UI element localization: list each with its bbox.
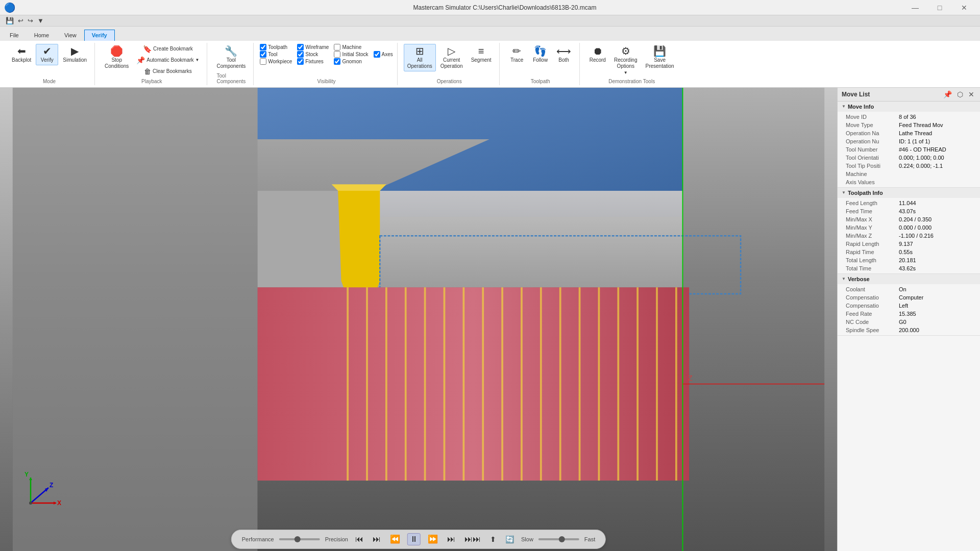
speed-slider[interactable]: [538, 538, 579, 540]
minmax-z-value: -1.100 / 0.216: [899, 233, 934, 239]
performance-thumb[interactable]: [295, 536, 301, 542]
check-stock[interactable]: Stock: [297, 51, 329, 58]
check-axes[interactable]: Axes: [374, 51, 393, 58]
maximize-btn[interactable]: □: [928, 0, 951, 15]
create-bookmark-btn[interactable]: 🔖 Create Bookmark: [133, 44, 202, 54]
simulation-btn[interactable]: ▶ Simulation: [59, 44, 90, 65]
tab-file[interactable]: File: [2, 30, 27, 41]
vis-col-3: Machine Initial Stock Gnomon: [334, 44, 368, 65]
stop-conditions-btn[interactable]: 🛑 StopConditions: [101, 44, 132, 71]
coolant-label: Coolant: [846, 286, 897, 292]
mode-group-label: Mode: [43, 78, 56, 84]
record-btn[interactable]: ⏺ Record: [586, 44, 609, 65]
check-wireframe[interactable]: Wireframe: [297, 44, 329, 51]
check-toolpath[interactable]: Toolpath: [260, 44, 292, 51]
qa-undo-btn[interactable]: ↩: [16, 16, 25, 25]
visibility-items: Toolpath Tool Workpiece Wireframe Stock: [260, 44, 393, 78]
ribbon-group-tool-components: 🔧 ToolComponents ToolComponents: [209, 43, 254, 85]
total-length-label: Total Length: [846, 257, 897, 263]
verbose-header[interactable]: ▼ Verbose: [838, 274, 980, 284]
tool-tip-label: Tool Tip Positi: [846, 163, 897, 169]
qa-dropdown-btn[interactable]: ▼: [36, 16, 45, 25]
follow-btn[interactable]: 👣 Follow: [529, 44, 552, 65]
bookmark-icon: 🔖: [143, 45, 152, 53]
all-ops-icon: ⊞: [415, 46, 424, 56]
speed-slider-wrap[interactable]: [538, 538, 579, 540]
svg-text:Z: Z: [50, 482, 53, 489]
row-op-num: Operation Nu ID: 1 (1 of 1): [838, 137, 980, 145]
save-pres-label: SavePresentation: [646, 57, 674, 69]
panel-close-btn[interactable]: ✕: [967, 90, 976, 99]
move-type-label: Move Type: [846, 122, 897, 128]
3d-viewport[interactable]: Z X Y Z Performance: [0, 88, 837, 551]
feed-time-value: 43.07s: [899, 208, 916, 214]
op-name-value: Lathe Thread: [899, 130, 932, 136]
check-fixtures[interactable]: Fixtures: [297, 58, 329, 65]
rapid-length-label: Rapid Length: [846, 241, 897, 247]
close-btn[interactable]: ✕: [952, 0, 976, 15]
panel-pin-btn[interactable]: 📌: [942, 90, 953, 99]
skip-start-btn[interactable]: ⏮: [353, 534, 365, 545]
mode-buttons: ⬅ Backplot ✔ Verify ▶ Simulation: [8, 44, 90, 78]
extra-btn2[interactable]: 🔄: [503, 534, 516, 544]
tab-verify[interactable]: Verify: [84, 30, 115, 41]
move-info-title: Move Info: [848, 104, 874, 110]
qa-redo-btn[interactable]: ↪: [26, 16, 35, 25]
check-workpiece[interactable]: Workpiece: [260, 58, 292, 65]
auto-bookmark-btn[interactable]: 📌 Automatic Bookmark ▼: [133, 55, 202, 65]
playback-bar: Performance Precision ⏮ ⏭ ⏪ ⏸ ⏩ ⏭ ⏭⏭ ⬆ 🔄…: [231, 530, 606, 549]
feed-length-value: 11.044: [899, 200, 916, 206]
extra-btn1[interactable]: ⬆: [488, 534, 498, 544]
right-panel: Move List 📌 ⬡ ✕ ▼ Move Info Move ID 8 of…: [837, 88, 980, 551]
panel-float-btn[interactable]: ⬡: [955, 90, 965, 99]
titlebar: 🔵 Mastercam Simulator C:\Users\Charlie\D…: [0, 0, 980, 15]
next-btn[interactable]: ⏭: [445, 534, 457, 545]
segment-btn[interactable]: ≡ Segment: [468, 44, 495, 65]
both-label: Both: [558, 57, 569, 63]
spindle-speed-label: Spindle Spee: [846, 327, 897, 333]
recording-options-btn[interactable]: ⚙ RecordingOptions ▼: [610, 44, 641, 78]
verify-icon: ✔: [43, 46, 52, 56]
playback-group-label: Playback: [141, 78, 162, 84]
both-btn[interactable]: ⟷ Both: [553, 44, 575, 65]
qa-save-btn[interactable]: 💾: [4, 16, 15, 25]
toolpath-info-header[interactable]: ▼ Toolpath Info: [838, 188, 980, 198]
feed-rate-value: 15.385: [899, 311, 916, 317]
backplot-btn[interactable]: ⬅ Backplot: [8, 44, 35, 65]
row-machine: Machine: [838, 170, 980, 178]
all-operations-btn[interactable]: ⊞ AllOperations: [404, 44, 436, 71]
tab-home[interactable]: Home: [27, 30, 57, 41]
row-tool-orient: Tool Orientati 0.000; 1.000; 0.00: [838, 154, 980, 162]
pause-btn[interactable]: ⏸: [407, 533, 421, 545]
ribbon-group-mode: ⬅ Backplot ✔ Verify ▶ Simulation Mode: [4, 43, 95, 85]
rapid-time-label: Rapid Time: [846, 249, 897, 255]
check-tool[interactable]: Tool: [260, 51, 292, 58]
verify-btn[interactable]: ✔ Verify: [36, 44, 58, 65]
check-machine[interactable]: Machine: [334, 44, 368, 51]
visibility-group-label: Visibility: [317, 78, 336, 84]
speed-thumb[interactable]: [559, 536, 565, 542]
performance-slider[interactable]: [279, 538, 320, 540]
minimize-btn[interactable]: —: [903, 0, 927, 15]
move-info-header[interactable]: ▼ Move Info: [838, 102, 980, 112]
skip-end-btn[interactable]: ⏭⏭: [462, 534, 483, 545]
move-info-section: ▼ Move Info Move ID 8 of 36 Move Type Fe…: [838, 102, 980, 188]
tool-components-btn[interactable]: 🔧 ToolComponents: [213, 44, 250, 71]
tab-view[interactable]: View: [57, 30, 84, 41]
performance-slider-wrap[interactable]: [279, 538, 320, 540]
ribbon-tabs: File Home View Verify: [0, 27, 980, 41]
demo-tools-items: ⏺ Record ⚙ RecordingOptions ▼ 💾 SavePres…: [586, 44, 678, 78]
stop-label: StopConditions: [105, 57, 129, 69]
save-presentation-btn[interactable]: 💾 SavePresentation: [642, 44, 678, 71]
check-gnomon[interactable]: Gnomon: [334, 58, 368, 65]
step-fwd-btn[interactable]: ⏩: [426, 533, 440, 545]
clear-bookmarks-btn[interactable]: 🗑 Clear Bookmarks: [133, 66, 202, 77]
move-id-label: Move ID: [846, 114, 897, 120]
op-num-label: Operation Nu: [846, 138, 897, 144]
trace-btn[interactable]: ✏ Trace: [506, 44, 528, 65]
current-operation-btn[interactable]: ▷ CurrentOperation: [437, 44, 467, 71]
check-initial-stock[interactable]: Initial Stock: [334, 51, 368, 58]
step-back-btn[interactable]: ⏪: [388, 533, 402, 545]
prev-btn[interactable]: ⏭: [371, 534, 383, 545]
rec-opts-dropdown-icon: ▼: [624, 70, 628, 76]
